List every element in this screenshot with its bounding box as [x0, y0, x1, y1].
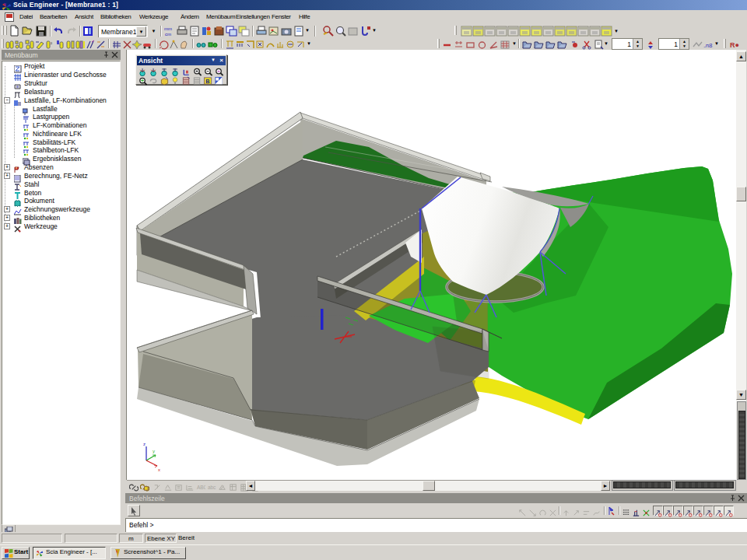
svg-text:abc: abc — [208, 485, 216, 490]
svg-text:y: y — [153, 449, 155, 453]
svg-text:B: B — [205, 78, 209, 85]
svg-text:²: ² — [51, 41, 52, 46]
svg-text:x: x — [158, 467, 160, 472]
svg-text:z: z — [143, 442, 146, 446]
svg-text:.л8: .л8 — [703, 42, 713, 49]
svg-text:ABC: ABC — [197, 485, 205, 490]
svg-text:cm: cm — [165, 32, 171, 37]
svg-text:R●: R● — [730, 41, 739, 49]
svg-text:mm: mm — [164, 26, 172, 31]
